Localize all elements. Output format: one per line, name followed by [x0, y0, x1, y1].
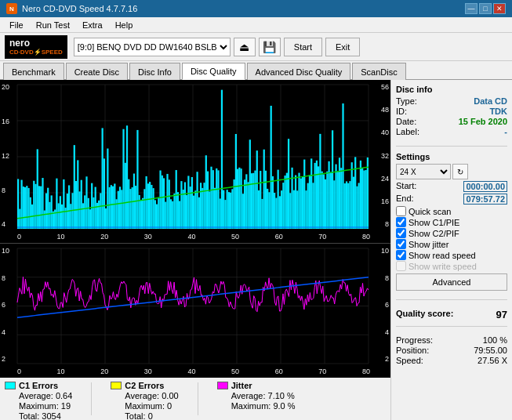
id-value: TDK: [489, 107, 507, 116]
bot-x-40: 40: [187, 368, 195, 375]
legend-c2: C2 Errors Average: 0.00 Maximum: 0 Total…: [111, 381, 178, 417]
show-c2pif-checkbox[interactable]: [396, 228, 406, 238]
tab-scandisc[interactable]: ScanDisc: [352, 63, 405, 80]
date-value: 15 Feb 2020: [459, 117, 507, 126]
top-x-10: 10: [57, 233, 65, 241]
settings-section: Settings 24 X ↻ Start: 000:00.00 End: 07…: [396, 152, 507, 291]
label-label: Label:: [396, 127, 419, 136]
disc-date-row: Date: 15 Feb 2020: [396, 117, 507, 126]
settings-title: Settings: [396, 152, 507, 161]
legend-jitter-title: Jitter: [217, 381, 296, 390]
position-row: Position: 79:55.00: [396, 346, 507, 355]
speed-selector[interactable]: 24 X: [396, 164, 451, 179]
top-y-left-4: 4: [2, 220, 17, 228]
save-button[interactable]: 💾: [259, 38, 281, 56]
top-x-70: 70: [318, 233, 326, 241]
bot-x-20: 20: [100, 368, 108, 375]
disc-id-row: ID: TDK: [396, 107, 507, 116]
show-c1pie-label: Show C1/PIE: [409, 218, 459, 227]
titlebar-title: Nero CD-DVD Speed 4.7.7.16: [22, 4, 137, 13]
eject-button[interactable]: ⏏: [234, 38, 256, 56]
legend-divider-2: [198, 382, 198, 415]
logo-top: nero: [9, 38, 63, 49]
right-panel: Disc info Type: Data CD ID: TDK Date: 15…: [390, 80, 512, 420]
quick-scan-row: Quick scan: [396, 206, 507, 216]
top-x-0: 0: [17, 233, 21, 241]
titlebar: N Nero CD-DVD Speed 4.7.7.16 — □ ✕: [0, 0, 512, 17]
top-y-right-40: 40: [372, 129, 389, 136]
menu-help[interactable]: Help: [109, 19, 140, 31]
top-x-30: 30: [144, 233, 152, 241]
quality-score-label: Quality score:: [396, 309, 453, 320]
type-value: Data CD: [474, 96, 507, 106]
top-y-right-24: 24: [372, 175, 389, 183]
show-read-speed-checkbox[interactable]: [396, 250, 406, 260]
start-time-row: Start: 000:00.00: [396, 181, 507, 192]
c1-title-label: C1 Errors: [19, 381, 58, 390]
show-c2pif-row: Show C2/PIF: [396, 228, 507, 238]
logo-bottom: CD·DVD⚡SPEED: [9, 49, 63, 56]
close-button[interactable]: ✕: [493, 3, 506, 14]
c2-color-box: [111, 382, 122, 389]
quick-scan-checkbox[interactable]: [396, 206, 406, 216]
top-y-right-32: 32: [372, 152, 389, 160]
end-value: 079:57.72: [463, 194, 507, 205]
bot-x-70: 70: [318, 368, 326, 375]
speed-row: 24 X ↻: [396, 164, 507, 179]
menu-extra[interactable]: Extra: [76, 19, 109, 31]
bot-x-10: 10: [57, 368, 65, 375]
toolbar: nero CD·DVD⚡SPEED [9:0] BENQ DVD DD DW16…: [0, 33, 512, 61]
bot-x-30: 30: [144, 368, 152, 375]
c1-total: Total: 3054: [19, 411, 72, 420]
top-y-left-8: 8: [2, 186, 17, 194]
maximize-button[interactable]: □: [479, 3, 492, 14]
advanced-button[interactable]: Advanced: [396, 273, 507, 291]
divider-3: [396, 326, 507, 327]
tab-create-disc[interactable]: Create Disc: [66, 63, 128, 80]
show-write-speed-label: Show write speed: [409, 262, 477, 271]
show-jitter-row: Show jitter: [396, 239, 507, 249]
position-value: 79:55.00: [474, 346, 507, 355]
chart-area: 20 16 12 8 4 56 48 40 32 24 16 8: [0, 80, 390, 420]
tab-disc-info[interactable]: Disc Info: [129, 63, 180, 80]
top-x-20: 20: [100, 233, 108, 241]
show-c1pie-checkbox[interactable]: [396, 217, 406, 227]
menu-run-test[interactable]: Run Test: [30, 19, 76, 31]
app-logo: nero CD·DVD⚡SPEED: [5, 35, 67, 59]
show-write-speed-checkbox[interactable]: [396, 261, 406, 271]
legend-c1: C1 Errors Average: 0.64 Maximum: 19 Tota…: [5, 381, 72, 417]
top-y-left-16: 16: [2, 118, 17, 125]
c2-total: Total: 0: [125, 411, 178, 420]
disc-type-row: Type: Data CD: [396, 96, 507, 106]
tab-disc-quality[interactable]: Disc Quality: [182, 63, 245, 80]
top-y-right-56: 56: [372, 83, 389, 91]
divider-2: [396, 299, 507, 300]
disc-info-section: Disc info Type: Data CD ID: TDK Date: 15…: [396, 85, 507, 137]
top-x-80: 80: [362, 233, 370, 241]
drive-selector[interactable]: [9:0] BENQ DVD DD DW1640 BSLB: [74, 38, 231, 56]
quick-scan-label: Quick scan: [409, 207, 451, 216]
tab-advanced-disc-quality[interactable]: Advanced Disc Quality: [247, 63, 351, 80]
show-jitter-checkbox[interactable]: [396, 239, 406, 249]
start-button[interactable]: Start: [284, 38, 322, 56]
exit-button[interactable]: Exit: [325, 38, 360, 56]
bot-y-right-2: 2: [372, 355, 389, 363]
progress-section: Progress: 100 % Position: 79:55.00 Speed…: [396, 335, 507, 366]
c1-color-box: [5, 382, 16, 389]
menu-file[interactable]: File: [3, 19, 30, 31]
quality-score-row: Quality score: 97: [396, 309, 507, 320]
legend-c1-title: C1 Errors: [5, 381, 72, 390]
date-label: Date:: [396, 117, 416, 126]
progress-value: 100 %: [483, 335, 507, 345]
app-icon: N: [6, 3, 17, 14]
tab-benchmark[interactable]: Benchmark: [3, 63, 64, 80]
bot-y-left-6: 6: [2, 301, 17, 309]
minimize-button[interactable]: —: [465, 3, 478, 14]
jitter-color-box: [217, 382, 228, 389]
bottom-graph-canvas: [0, 244, 390, 378]
refresh-button[interactable]: ↻: [452, 164, 468, 179]
legend-c2-title: C2 Errors: [111, 381, 178, 390]
quality-score-value: 97: [496, 309, 507, 320]
speed-value: 27.56 X: [478, 356, 507, 365]
c2-average: Average: 0.00: [125, 391, 178, 400]
